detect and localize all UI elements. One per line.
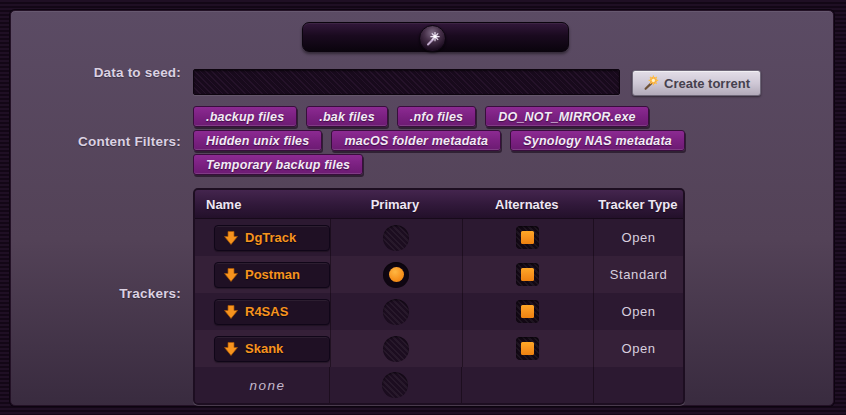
window-header-bar: [302, 22, 569, 52]
download-arrow-icon: [224, 342, 238, 356]
filter-chip[interactable]: macOS folder metadata: [331, 130, 501, 151]
magic-wand-knob[interactable]: [419, 25, 446, 52]
trackers-table-body: DgTrackOpenPostmanStandardR4SASOpenSkank…: [195, 219, 683, 403]
alternates-checkbox[interactable]: [516, 263, 539, 286]
tracker-type-value: Open: [621, 341, 655, 356]
filter-chip[interactable]: .backup files: [193, 106, 297, 127]
tracker-name-button[interactable]: DgTrack: [214, 225, 330, 251]
filter-chip-row: Hidden unix filesmacOS folder metadataSy…: [193, 130, 733, 151]
magic-wand-icon: [425, 31, 440, 46]
tracker-type-value: Standard: [610, 267, 668, 282]
trackers-table-header: Name Primary Alternates Tracker Type: [195, 190, 683, 219]
main-panel: Data to seed: Create torrent Content Fil…: [10, 10, 834, 406]
content-filters-label: Content Filters:: [11, 134, 181, 149]
primary-radio[interactable]: [382, 372, 408, 398]
filter-chip[interactable]: Hidden unix files: [193, 130, 322, 151]
primary-radio[interactable]: [383, 299, 409, 325]
trackers-table: Name Primary Alternates Tracker Type DgT…: [193, 188, 685, 405]
primary-radio[interactable]: [383, 336, 409, 362]
create-torrent-button[interactable]: Create torrent: [632, 70, 761, 96]
data-to-seed-label: Data to seed:: [11, 65, 181, 80]
download-arrow-icon: [224, 231, 238, 245]
tracker-row: SkankOpen: [195, 330, 683, 367]
filter-chip[interactable]: .bak files: [306, 106, 388, 127]
filter-chip[interactable]: Synology NAS metadata: [510, 130, 685, 151]
tracker-type-value: Open: [621, 304, 655, 319]
download-arrow-icon: [224, 305, 238, 319]
primary-radio[interactable]: [383, 225, 409, 251]
tracker-name-label: DgTrack: [245, 230, 296, 245]
tracker-row: PostmanStandard: [195, 256, 683, 293]
tracker-name-button[interactable]: Skank: [214, 336, 330, 362]
column-header-alternates: Alternates: [461, 197, 593, 212]
tracker-name-label: Skank: [245, 341, 283, 356]
data-to-seed-input[interactable]: [193, 69, 620, 95]
magic-wand-icon: [643, 75, 659, 91]
download-arrow-icon: [224, 268, 238, 282]
alternates-checkbox[interactable]: [516, 226, 539, 249]
create-torrent-label: Create torrent: [664, 76, 750, 91]
primary-radio[interactable]: [383, 262, 409, 288]
tracker-name-button[interactable]: Postman: [214, 262, 330, 288]
content-filters-group: .backup files.bak files.nfo filesDO_NOT_…: [193, 106, 733, 178]
tracker-type-value: Open: [621, 230, 655, 245]
tracker-row: DgTrackOpen: [195, 219, 683, 256]
column-header-tracker-type: Tracker Type: [593, 197, 683, 212]
tracker-row: none: [195, 367, 683, 403]
filter-chip[interactable]: DO_NOT_MIRROR.exe: [485, 106, 648, 127]
column-header-primary: Primary: [329, 197, 461, 212]
tracker-name-label: Postman: [245, 267, 300, 282]
trackers-label: Trackers:: [11, 286, 181, 301]
app-window: Data to seed: Create torrent Content Fil…: [0, 0, 846, 415]
filter-chip[interactable]: Temporary backup files: [193, 154, 363, 175]
filter-chip[interactable]: .nfo files: [397, 106, 476, 127]
tracker-name-label: R4SAS: [245, 304, 288, 319]
alternates-checkbox[interactable]: [516, 337, 539, 360]
tracker-none-label: none: [206, 378, 329, 393]
tracker-row: R4SASOpen: [195, 293, 683, 330]
filter-chip-row: .backup files.bak files.nfo filesDO_NOT_…: [193, 106, 733, 127]
tracker-name-button[interactable]: R4SAS: [214, 299, 330, 325]
column-header-name: Name: [195, 197, 329, 212]
alternates-checkbox[interactable]: [516, 300, 539, 323]
filter-chip-row: Temporary backup files: [193, 154, 733, 175]
